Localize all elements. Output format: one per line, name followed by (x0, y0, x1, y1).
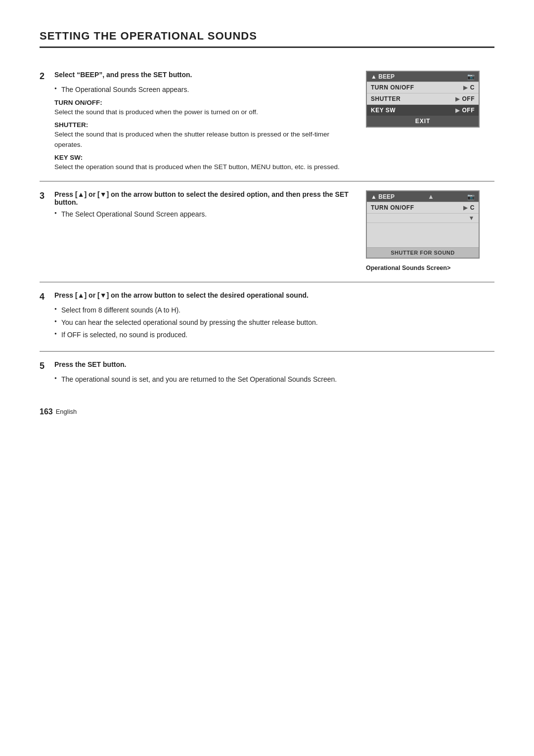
lcd-icon-1: 📷 (467, 73, 475, 80)
lcd-row-1-1: SHUTTER ▶ OFF (367, 93, 479, 104)
step-2-header: 2 Select “BEEP”, and press the SET butto… (40, 71, 354, 82)
step-5-bullet-0: The operational sound is set, and you ar… (54, 374, 354, 385)
step-2-right: ▲ BEEP 📷 TURN ON/OFF ▶ C SHUTTER ▶ OFF K… (366, 71, 494, 172)
lcd-space-row (367, 222, 479, 237)
step-2-sub-2-text: Select the operation sound that is produ… (54, 162, 354, 172)
lcd-title-up-arrow: ▲ BEEP (371, 73, 395, 80)
lcd-nav-up: ▲ (428, 193, 434, 200)
page-lang: English (56, 408, 77, 415)
lcd-screen-2: ▲ BEEP ▲ 📷 TURN ON/OFF ▶ C ▼ SHUTTER FOR… (366, 190, 480, 259)
step-2-sub-2-label: KEY SW: (54, 154, 354, 161)
lcd-row-1-1-key: SHUTTER (371, 95, 453, 102)
step-4-number: 4 (40, 292, 50, 302)
step-2-bullet-0: The Operational Sounds Screen appears. (54, 85, 354, 95)
lcd-icon-2: 📷 (467, 193, 475, 200)
step-4-title: Press [▲] or [▼] on the arrow button to … (54, 291, 309, 299)
step-3-section: 3 Press [▲] or [▼] on the arrow button t… (40, 181, 494, 282)
example-caption: Operational Sounds Screen> (366, 264, 450, 273)
step-3-header: 3 Press [▲] or [▼] on the arrow button t… (40, 190, 354, 206)
lcd-row-1-0-value: C (470, 84, 475, 91)
lcd-nav-down-row: ▼ (367, 213, 479, 222)
step-2-sub-1-text: Select the sound that is produced when t… (54, 130, 354, 150)
step-5-section: 5 Press the SET button. The operational … (40, 352, 494, 396)
lcd-row-2-0: TURN ON/OFF ▶ C (367, 202, 479, 213)
page-number: 163 (40, 407, 53, 416)
step-3-left: 3 Press [▲] or [▼] on the arrow button t… (40, 190, 354, 273)
lcd-screen-1: ▲ BEEP 📷 TURN ON/OFF ▶ C SHUTTER ▶ OFF K… (366, 71, 480, 128)
lcd-title-1: ▲ BEEP 📷 (367, 72, 479, 82)
page-footer: 163 English (40, 407, 494, 416)
lcd-row-1-2-value: OFF (462, 107, 475, 114)
step-5-bullets: The operational sound is set, and you ar… (54, 374, 354, 385)
step-3-right: ▲ BEEP ▲ 📷 TURN ON/OFF ▶ C ▼ SHUTTER FOR… (366, 190, 494, 273)
lcd-title-2-text: ▲ BEEP (371, 193, 395, 200)
lcd-row-1-2: KEY SW ▶ OFF (367, 104, 479, 116)
step-2-title: Select “BEEP”, and press the SET button. (54, 71, 192, 79)
step-2-sub-0-label: TURN ON/OFF: (54, 99, 354, 106)
step-3-title: Press [▲] or [▼] on the arrow button to … (54, 190, 354, 206)
lcd-title-2: ▲ BEEP ▲ 📷 (367, 191, 479, 202)
step-4-bullet-0: Select from 8 different sounds (A to H). (54, 305, 354, 315)
step-3-number: 3 (40, 191, 50, 201)
step-2-bullets: The Operational Sounds Screen appears. (54, 85, 354, 95)
step-2-subsections: TURN ON/OFF: Select the sound that is pr… (54, 99, 354, 172)
step-4-bullets: Select from 8 different sounds (A to H).… (54, 305, 354, 340)
lcd-row-2-arrow: ▶ (463, 205, 468, 211)
lcd-nav-down-arrow: ▼ (469, 215, 475, 222)
lcd-row-2-value: C (470, 204, 475, 211)
step-5-header: 5 Press the SET button. (40, 360, 354, 371)
step-3-bullet-0: The Select Operational Sound Screen appe… (54, 209, 354, 220)
step-4-header: 4 Press [▲] or [▼] on the arrow button t… (40, 291, 354, 302)
step-5-number: 5 (40, 361, 50, 371)
lcd-row-1-0: TURN ON/OFF ▶ C (367, 82, 479, 93)
lcd-row-1-1-arrow: ▶ (455, 96, 460, 102)
step-2-left: 2 Select “BEEP”, and press the SET butto… (40, 71, 354, 172)
step-4-left: 4 Press [▲] or [▼] on the arrow button t… (40, 291, 354, 342)
step-5-right (366, 360, 494, 387)
step-5-title: Press the SET button. (54, 360, 126, 368)
page-title: SETTING THE OPERATIONAL SOUNDS (40, 30, 494, 48)
lcd-row-1-2-key: KEY SW (371, 107, 453, 114)
lcd-exit-row: EXIT (367, 116, 479, 127)
step-3-bullets: The Select Operational Sound Screen appe… (54, 209, 354, 220)
step-2-sub-0-text: Select the sound that is produced when t… (54, 107, 354, 117)
step-4-right (366, 291, 494, 342)
lcd-bottom-label: SHUTTER FOR SOUND (367, 247, 479, 258)
step-5-left: 5 Press the SET button. The operational … (40, 360, 354, 387)
step-4-section: 4 Press [▲] or [▼] on the arrow button t… (40, 282, 494, 352)
step-4-bullet-2: If OFF is selected, no sound is produced… (54, 330, 354, 340)
lcd-row-1-1-value: OFF (462, 95, 475, 102)
step-4-bullet-1: You can hear the selected operational so… (54, 317, 354, 328)
lcd-row-1-0-key: TURN ON/OFF (371, 84, 461, 91)
lcd-row-1-0-arrow: ▶ (463, 85, 468, 91)
step-2-section: 2 Select “BEEP”, and press the SET butto… (40, 62, 494, 181)
step-2-sub-1-label: SHUTTER: (54, 121, 354, 129)
lcd-row-2-key: TURN ON/OFF (371, 204, 461, 211)
lcd-row-1-2-arrow: ▶ (455, 107, 460, 114)
step-2-number: 2 (40, 71, 50, 82)
